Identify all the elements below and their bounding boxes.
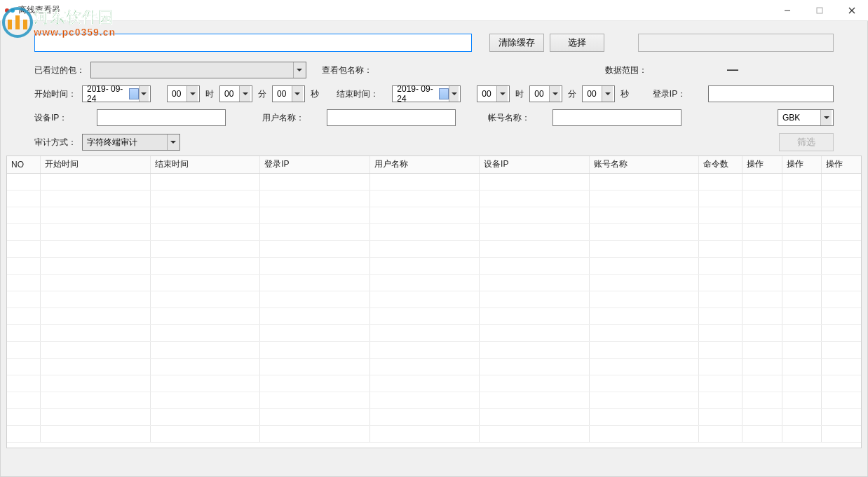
table-row[interactable] bbox=[7, 291, 861, 307]
svg-rect-3 bbox=[817, 8, 822, 13]
table-row[interactable] bbox=[7, 223, 861, 240]
col-cmd[interactable]: 命令数 bbox=[698, 156, 742, 173]
start-min-combo[interactable]: 00 bbox=[219, 85, 252, 102]
col-login-ip[interactable]: 登录IP bbox=[260, 156, 369, 173]
device-ip-label: 设备IP： bbox=[34, 112, 67, 124]
row-device: 设备IP： 用户名称： 帐号名称： GBK bbox=[34, 109, 834, 126]
close-button[interactable] bbox=[836, 0, 868, 21]
start-date-picker[interactable]: 2019- 09- 24 bbox=[82, 85, 151, 102]
unit-hour2: 时 bbox=[515, 88, 524, 100]
device-ip-input[interactable] bbox=[97, 109, 226, 126]
unit-sec2: 秒 bbox=[621, 88, 629, 100]
maximize-button[interactable] bbox=[803, 0, 836, 21]
unit-hour: 时 bbox=[205, 88, 214, 100]
user-label: 用户名称： bbox=[262, 112, 304, 124]
user-input[interactable] bbox=[327, 109, 456, 126]
svg-rect-9 bbox=[23, 20, 27, 29]
table-row[interactable] bbox=[7, 358, 861, 375]
select-button[interactable]: 选择 bbox=[550, 34, 604, 52]
table-row[interactable] bbox=[7, 392, 861, 408]
col-no[interactable]: NO bbox=[7, 156, 41, 173]
end-date-picker[interactable]: 2019- 09- 24 bbox=[392, 85, 461, 102]
window-title: 离线查看器 bbox=[18, 4, 60, 16]
table-row[interactable] bbox=[7, 375, 861, 392]
audit-combo[interactable]: 字符终端审计 bbox=[82, 134, 180, 151]
chevron-down-icon bbox=[239, 86, 250, 102]
table-row[interactable] bbox=[7, 207, 861, 223]
clear-cache-button[interactable]: 清除缓存 bbox=[489, 34, 544, 52]
account-input[interactable] bbox=[552, 109, 681, 126]
chevron-down-icon bbox=[187, 86, 198, 102]
chevron-down-icon bbox=[139, 86, 149, 102]
table-row[interactable] bbox=[7, 307, 861, 324]
viewed-combo[interactable] bbox=[90, 62, 306, 78]
chevron-down-icon bbox=[167, 134, 178, 150]
status-box bbox=[638, 34, 834, 52]
pkg-name-label: 查看包名称： bbox=[322, 64, 372, 76]
range-label: 数据范围： bbox=[605, 64, 647, 76]
titlebar: 离线查看器 bbox=[0, 0, 868, 21]
end-time-label: 结束时间： bbox=[337, 88, 379, 100]
grid-header-row: NO 开始时间 结束时间 登录IP 用户名称 设备IP 账号名称 命令数 操作 … bbox=[7, 156, 861, 173]
col-end[interactable]: 结束时间 bbox=[150, 156, 259, 173]
table-row[interactable] bbox=[7, 257, 861, 274]
unit-min: 分 bbox=[258, 88, 266, 100]
table-row[interactable] bbox=[7, 341, 861, 358]
end-min-combo[interactable]: 00 bbox=[529, 85, 562, 102]
col-user[interactable]: 用户名称 bbox=[369, 156, 479, 173]
end-sec-combo[interactable]: 00 bbox=[582, 85, 615, 102]
audit-label: 审计方式： bbox=[34, 137, 76, 148]
chevron-down-icon bbox=[602, 86, 613, 102]
table-row[interactable] bbox=[7, 408, 861, 425]
start-time-label: 开始时间： bbox=[34, 88, 76, 100]
table-row[interactable] bbox=[7, 425, 861, 442]
minimize-button[interactable] bbox=[771, 0, 803, 21]
svg-point-0 bbox=[5, 8, 9, 13]
login-ip-label: 登录IP： bbox=[653, 88, 686, 100]
viewed-label: 已看过的包： bbox=[34, 64, 85, 76]
calendar-icon bbox=[129, 88, 139, 99]
chevron-down-icon bbox=[496, 86, 508, 102]
table-row[interactable] bbox=[7, 240, 861, 257]
encoding-combo[interactable]: GBK bbox=[778, 109, 834, 126]
row-time: 开始时间： 2019- 09- 24 00 时 00 分 00 秒 结束时间： … bbox=[34, 85, 834, 102]
app-icon bbox=[4, 5, 15, 16]
svg-rect-7 bbox=[8, 20, 12, 29]
table-row[interactable] bbox=[7, 324, 861, 341]
unit-min2: 分 bbox=[568, 88, 576, 100]
col-op2[interactable]: 操作 bbox=[782, 156, 821, 173]
chevron-down-icon bbox=[820, 110, 832, 125]
result-grid[interactable]: NO 开始时间 结束时间 登录IP 用户名称 设备IP 账号名称 命令数 操作 … bbox=[6, 155, 862, 448]
col-account[interactable]: 账号名称 bbox=[589, 156, 698, 173]
account-label: 帐号名称： bbox=[488, 112, 530, 124]
filter-button[interactable]: 筛选 bbox=[779, 133, 834, 151]
row-path: 清除缓存 选择 bbox=[34, 34, 834, 52]
window-controls bbox=[771, 0, 868, 21]
path-input[interactable] bbox=[34, 34, 472, 52]
col-op3[interactable]: 操作 bbox=[822, 156, 861, 173]
row-audit: 审计方式： 字符终端审计 筛选 bbox=[34, 133, 834, 151]
col-op1[interactable]: 操作 bbox=[742, 156, 782, 173]
login-ip-input[interactable] bbox=[708, 85, 834, 102]
col-start[interactable]: 开始时间 bbox=[41, 156, 150, 173]
chevron-down-icon bbox=[549, 86, 560, 102]
table-row[interactable] bbox=[7, 190, 861, 207]
table-row[interactable] bbox=[7, 274, 861, 291]
table-row[interactable] bbox=[7, 173, 861, 190]
start-hour-combo[interactable]: 00 bbox=[167, 85, 200, 102]
chevron-down-icon bbox=[449, 86, 459, 102]
chevron-down-icon bbox=[293, 62, 304, 78]
svg-point-1 bbox=[11, 8, 15, 13]
end-hour-combo[interactable]: 00 bbox=[477, 85, 510, 102]
row-package: 已看过的包： 查看包名称： 数据范围： — bbox=[34, 62, 834, 78]
chevron-down-icon bbox=[292, 86, 303, 102]
calendar-icon bbox=[439, 88, 449, 99]
col-device-ip[interactable]: 设备IP bbox=[480, 156, 589, 173]
range-value: — bbox=[721, 64, 744, 76]
unit-sec: 秒 bbox=[311, 88, 319, 100]
content-area: 河东软件园 www.pc0359.cn 清除缓存 选择 已看过的包： 查看包名称… bbox=[0, 21, 868, 477]
start-sec-combo[interactable]: 00 bbox=[272, 85, 305, 102]
